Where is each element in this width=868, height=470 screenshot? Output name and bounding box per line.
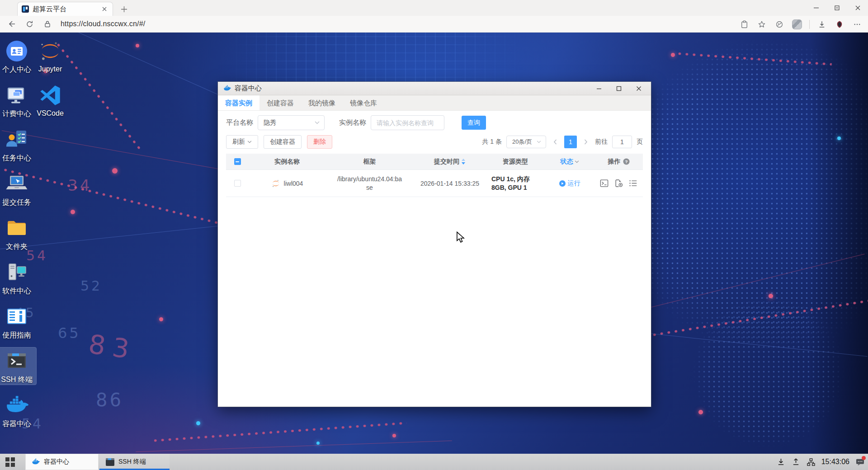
jupyter-icon <box>31 39 70 63</box>
platform-select[interactable]: 隐秀 <box>258 115 325 130</box>
window-titlebar[interactable]: 容器中心 <box>218 82 651 95</box>
goto-label: 前往 <box>595 138 608 146</box>
favorites-star-icon[interactable] <box>756 19 767 30</box>
desktop-icon-label: 软件中心 <box>0 287 36 296</box>
browser-tab[interactable]: 超算云平台 <box>17 2 113 16</box>
desktop-icon-label: SSH 终端 <box>0 375 36 385</box>
reload-icon[interactable] <box>23 17 36 31</box>
page-size-value: 20条/页 <box>512 138 532 146</box>
header-status-filter[interactable]: 状态 <box>545 158 594 166</box>
taskbar-item-ssh-terminal[interactable]: SSH 终端 <box>99 454 170 470</box>
total-count: 共 1 条 <box>482 138 502 146</box>
instance-name-input[interactable] <box>371 115 444 130</box>
task-checklist-icon <box>0 128 36 151</box>
desktop-icon-submit-task[interactable]: 提交任务 <box>0 170 36 207</box>
new-tab-button[interactable] <box>118 4 129 14</box>
guide-book-icon <box>0 305 36 329</box>
desktop-icon-vscode[interactable]: VSCode <box>31 82 70 118</box>
taskbar-item-label: 容器中心 <box>44 458 69 466</box>
select-all-checkbox[interactable] <box>234 158 241 165</box>
page-size-select[interactable]: 20条/页 <box>506 136 546 148</box>
wallpaper-dot <box>392 434 396 437</box>
header-operations: 操作 ? <box>594 158 643 166</box>
header-resource-type: 资源类型 <box>486 158 545 166</box>
taskbar-clock[interactable]: 15:43:06 <box>821 458 849 466</box>
lock-icon[interactable] <box>41 17 54 31</box>
tab-title: 超算云平台 <box>33 5 97 14</box>
refresh-label: 刷新 <box>232 138 245 146</box>
notifications-icon[interactable] <box>855 457 864 466</box>
dialog-maximize-button[interactable] <box>615 85 623 93</box>
status-label: 运行 <box>568 179 580 188</box>
desktop-icon-software-center[interactable]: 软件中心 <box>0 259 36 296</box>
sort-carets-icon[interactable] <box>461 159 466 164</box>
window-close-button[interactable] <box>847 0 868 16</box>
desktop-icon-label: Jupyter <box>31 65 70 73</box>
toolbar-divider <box>809 20 810 29</box>
save-image-icon[interactable] <box>614 179 623 188</box>
desktop-icon-user-guide[interactable]: 使用指南 <box>0 303 36 340</box>
window-minimize-button[interactable] <box>806 0 826 16</box>
desktop-icon-folder[interactable]: 文件夹 <box>0 215 36 252</box>
laptop-icon <box>0 172 36 196</box>
header-operations-label: 操作 <box>608 158 621 166</box>
delete-button[interactable]: 删除 <box>307 135 332 149</box>
desktop-icon-label: 文件夹 <box>0 242 36 252</box>
start-menu-button[interactable] <box>0 454 20 470</box>
desktop-icon-label: VSCode <box>31 109 70 118</box>
pagination-prev-button[interactable] <box>551 136 560 148</box>
instance-resource: CPU 1c, 内存 8GB, GPU 1 <box>486 175 545 192</box>
wallpaper-dot <box>136 44 139 47</box>
tab-close-icon[interactable] <box>100 5 108 13</box>
tracking-prevention-icon[interactable] <box>774 19 785 30</box>
instance-name: liwl004 <box>284 180 303 187</box>
taskbar-item-container-center[interactable]: 容器中心 <box>25 454 99 470</box>
svg-text:?: ? <box>625 159 627 164</box>
wallpaper-dark-band <box>809 33 868 454</box>
desktop-icon-label: 提交任务 <box>0 198 36 207</box>
tab-my-images[interactable]: 我的镜像 <box>301 95 343 110</box>
network-icon[interactable] <box>807 457 816 466</box>
search-button[interactable]: 查询 <box>462 116 486 130</box>
table-header-row: 实例名称 框架 提交时间 资源类型 状态 <box>226 154 643 170</box>
desktop-icon-ssh-terminal[interactable]: SSH 终端 <box>0 348 36 385</box>
address-url[interactable]: https://cloud.nsccwx.cn/#/ <box>61 20 146 28</box>
profile-avatar[interactable] <box>792 19 802 30</box>
detail-list-icon[interactable] <box>629 179 637 187</box>
desktop-icon-jupyter[interactable]: Jupyter <box>31 38 70 73</box>
window-maximize-button[interactable] <box>826 0 847 16</box>
folder-icon <box>0 216 36 240</box>
open-terminal-icon[interactable] <box>600 179 609 187</box>
pagination-next-button[interactable] <box>581 136 590 148</box>
goto-page-input[interactable] <box>612 136 632 148</box>
chevron-down-icon <box>537 141 541 143</box>
create-container-button[interactable]: 创建容器 <box>264 135 302 149</box>
instance-name-label: 实例名称 <box>339 118 366 127</box>
wallpaper-number: 65 <box>58 324 81 342</box>
instance-submit-time: 2026-01-14 15:33:25 <box>414 180 486 187</box>
app-grid-icon <box>5 457 15 467</box>
download-speed-icon[interactable] <box>777 457 786 466</box>
pagination: 共 1 条 20条/页 1 前往 页 <box>482 135 643 149</box>
refresh-button[interactable]: 刷新 <box>226 135 258 149</box>
tab-create-container[interactable]: 创建容器 <box>259 95 301 110</box>
dialog-close-button[interactable] <box>635 85 643 93</box>
browser-extension-icon[interactable] <box>834 19 845 30</box>
pagination-page-1[interactable]: 1 <box>564 136 577 148</box>
download-icon[interactable] <box>816 19 827 30</box>
header-submit-time[interactable]: 提交时间 <box>414 158 486 166</box>
row-checkbox[interactable] <box>234 180 241 187</box>
dialog-minimize-button[interactable] <box>595 85 603 93</box>
back-icon[interactable] <box>5 17 18 31</box>
upload-speed-icon[interactable] <box>792 457 801 466</box>
notification-badge <box>862 456 866 460</box>
desktop-icon-task-center[interactable]: 任务中心 <box>0 126 36 163</box>
more-menu-icon[interactable] <box>852 19 863 30</box>
docker-whale-icon <box>0 394 36 417</box>
wallpaper-number: 52 <box>80 278 102 294</box>
desktop-icon-container-center[interactable]: 容器中心 <box>0 392 36 429</box>
collections-icon[interactable] <box>739 19 750 30</box>
tab-container-instances[interactable]: 容器实例 <box>218 95 259 110</box>
tab-image-repository[interactable]: 镜像仓库 <box>343 95 384 110</box>
browser-tab-bar: 超算云平台 <box>0 0 868 16</box>
